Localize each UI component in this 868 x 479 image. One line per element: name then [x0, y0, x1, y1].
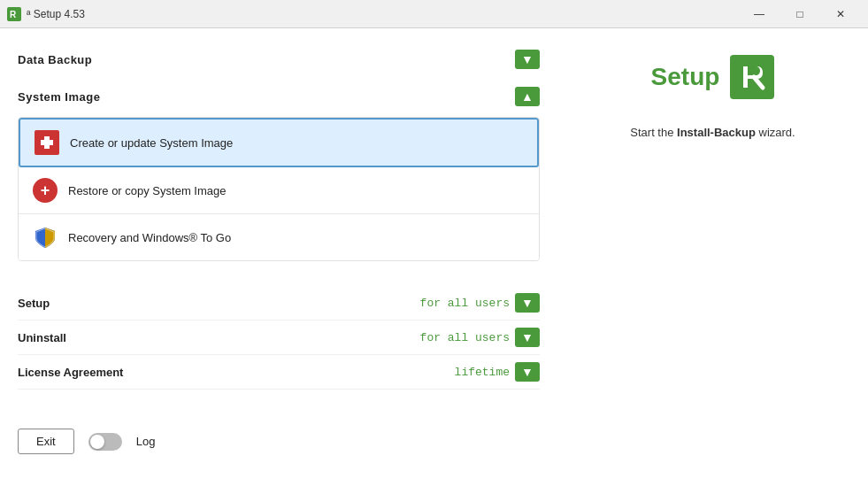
system-image-toggle[interactable]: ▲ — [515, 87, 540, 106]
setup-row: Setup for all users ▼ — [18, 286, 540, 321]
svg-text:R: R — [10, 10, 17, 19]
uninstall-row: Uninstall for all users ▼ — [18, 321, 540, 355]
uninstall-label: Uninstall — [18, 331, 66, 344]
titlebar: R ª Setup 4.53 — □ ✕ — [0, 0, 868, 28]
restore-icon: + — [33, 178, 58, 203]
uninstall-value: for all users — [420, 331, 510, 344]
system-image-section-header: System Image ▲ — [18, 80, 540, 113]
window-title: ª Setup 4.53 — [27, 8, 739, 20]
data-backup-title: Data Backup — [18, 53, 92, 66]
wizard-suffix: wizard. — [756, 126, 795, 139]
menu-item-recovery-label: Recovery and Windows® To Go — [68, 231, 231, 244]
setup-label: Setup — [18, 297, 50, 310]
license-toggle[interactable]: ▼ — [515, 362, 540, 382]
exit-button[interactable]: Exit — [18, 429, 74, 454]
system-image-expanded: Create or update System Image + Restore … — [18, 117, 540, 261]
uninstall-right: for all users ▼ — [420, 328, 540, 347]
menu-item-restore-label: Restore or copy System Image — [68, 184, 226, 197]
setup-value: for all users — [420, 297, 510, 310]
uninstall-toggle[interactable]: ▼ — [515, 328, 540, 347]
log-toggle[interactable] — [88, 433, 122, 451]
main-content: Data Backup ▼ System Image ▲ Create or u… — [0, 28, 868, 479]
maximize-button[interactable]: □ — [780, 0, 820, 28]
brand-name: Setup — [651, 63, 720, 91]
data-backup-section-header: Data Backup ▼ — [18, 42, 540, 76]
window-controls: — □ ✕ — [739, 0, 861, 28]
menu-item-recovery[interactable]: Recovery and Windows® To Go — [19, 214, 539, 260]
data-backup-toggle[interactable]: ▼ — [515, 50, 540, 69]
license-label: License Agreement — [18, 366, 123, 379]
brand-area: Setup — [651, 55, 775, 99]
menu-item-create[interactable]: Create or update System Image — [19, 118, 539, 167]
menu-item-create-label: Create or update System Image — [70, 136, 233, 150]
footer: Exit Log — [18, 418, 540, 465]
right-panel: Setup Start the Install-Backup wizard. — [557, 28, 868, 479]
log-toggle-thumb — [90, 435, 104, 449]
log-label: Log — [136, 435, 156, 448]
menu-item-restore[interactable]: + Restore or copy System Image — [19, 167, 539, 214]
system-image-title: System Image — [18, 90, 100, 104]
brand-logo — [730, 55, 774, 99]
close-button[interactable]: ✕ — [820, 0, 861, 28]
wizard-description: Start the Install-Backup wizard. — [630, 126, 795, 139]
wizard-link: Install-Backup — [677, 126, 756, 139]
setup-right: for all users ▼ — [420, 293, 540, 313]
recovery-icon — [33, 225, 58, 250]
license-right: lifetime ▼ — [455, 362, 540, 382]
left-panel: Data Backup ▼ System Image ▲ Create or u… — [0, 28, 557, 479]
setup-toggle[interactable]: ▼ — [515, 293, 540, 313]
wizard-prefix: Start the — [630, 126, 677, 139]
license-value: lifetime — [455, 366, 510, 379]
license-row: License Agreement lifetime ▼ — [18, 355, 540, 390]
app-icon: R — [7, 7, 21, 21]
create-icon — [35, 130, 59, 155]
minimize-button[interactable]: — — [739, 0, 780, 28]
bottom-settings: Setup for all users ▼ Uninstall for all … — [18, 286, 540, 390]
svg-rect-3 — [743, 66, 748, 88]
